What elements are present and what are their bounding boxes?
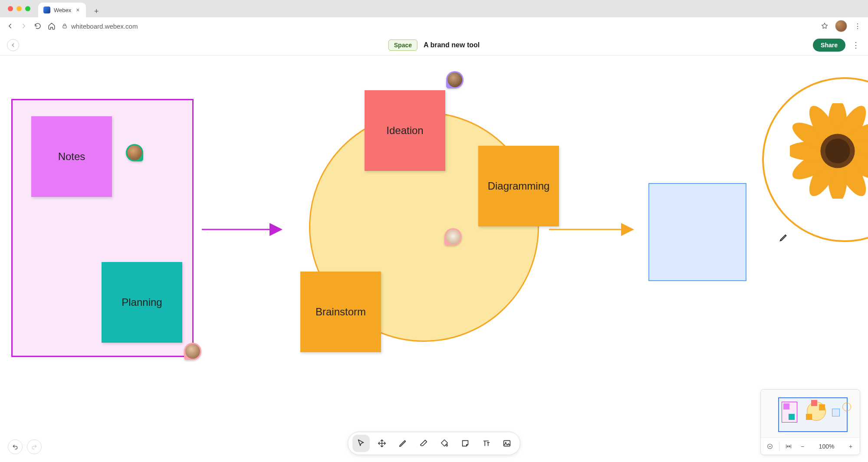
maximize-window-icon[interactable] xyxy=(25,6,30,11)
sticky-label: Planning xyxy=(122,296,162,308)
address-bar: whiteboard.webex.com ⋮ xyxy=(0,17,868,35)
collaborator-cursor-pink-dog xyxy=(444,228,462,246)
fit-width-icon[interactable] xyxy=(784,442,793,451)
minimize-window-icon[interactable] xyxy=(16,6,22,11)
lock-icon xyxy=(62,23,68,29)
star-icon[interactable] xyxy=(820,22,829,30)
tool-pen[interactable] xyxy=(394,435,411,452)
sunflower-image[interactable] xyxy=(790,103,868,199)
tool-text[interactable] xyxy=(477,435,495,452)
tool-image[interactable] xyxy=(498,435,516,452)
zoom-bar: − 100% + xyxy=(761,437,860,455)
svg-point-19 xyxy=(768,444,773,449)
sticky-label: Diagramming xyxy=(488,180,550,192)
rectangle-blue[interactable] xyxy=(648,183,746,281)
tool-dock xyxy=(348,432,520,455)
tool-fill[interactable] xyxy=(436,435,453,452)
space-chip[interactable]: Space xyxy=(388,39,418,51)
sticky-planning[interactable]: Planning xyxy=(102,262,182,343)
browser-tab[interactable]: Webex × xyxy=(38,3,86,17)
sticky-diagramming[interactable]: Diagramming xyxy=(478,146,559,226)
svg-rect-0 xyxy=(63,26,66,28)
collaborator-cursor-green xyxy=(126,144,143,161)
zoom-out-button[interactable]: − xyxy=(798,442,807,451)
tool-select[interactable] xyxy=(352,435,370,452)
back-icon[interactable] xyxy=(6,22,14,30)
profile-avatar[interactable] xyxy=(835,20,847,32)
svg-point-14 xyxy=(825,138,850,163)
sticky-ideation[interactable]: Ideation xyxy=(365,90,445,171)
tab-title: Webex xyxy=(54,7,71,13)
undo-redo-dock xyxy=(8,439,42,454)
forward-icon xyxy=(20,22,28,30)
sticky-label: Brainstorm xyxy=(316,306,366,318)
zoom-in-button[interactable]: + xyxy=(846,442,855,451)
reload-icon[interactable] xyxy=(34,22,42,30)
browser-chrome: Webex × + whiteboard.webex.com ⋮ xyxy=(0,0,868,35)
whiteboard-canvas[interactable]: Notes Planning Ideation Diagramming Brai… xyxy=(0,56,868,462)
tool-move[interactable] xyxy=(373,435,391,452)
arrow-orange[interactable] xyxy=(547,223,638,236)
new-tab-button[interactable]: + xyxy=(90,5,102,17)
browser-menu-icon[interactable]: ⋮ xyxy=(853,22,862,30)
zoom-menu-icon[interactable] xyxy=(765,442,775,451)
more-options-icon[interactable]: ⋮ xyxy=(851,40,861,50)
redo-button xyxy=(27,439,42,454)
svg-rect-17 xyxy=(504,441,510,446)
share-button[interactable]: Share xyxy=(813,39,845,52)
minimap-panel: − 100% + xyxy=(760,389,860,455)
url-text: whiteboard.webex.com xyxy=(71,23,138,30)
app-back-button[interactable] xyxy=(7,39,19,51)
tool-sticky[interactable] xyxy=(457,435,474,452)
pencil-cursor-icon xyxy=(779,233,789,242)
sticky-notes[interactable]: Notes xyxy=(31,116,112,197)
collaborator-cursor-purple xyxy=(446,71,464,88)
header-center: Space A brand new tool xyxy=(388,39,480,51)
close-window-icon[interactable] xyxy=(8,6,13,11)
tab-bar: Webex × + xyxy=(0,0,868,17)
tool-eraser[interactable] xyxy=(415,435,432,452)
webex-favicon-icon xyxy=(43,7,50,13)
undo-button[interactable] xyxy=(8,439,23,454)
collaborator-cursor-pink-person xyxy=(184,343,201,360)
app-header: Space A brand new tool Share ⋮ xyxy=(0,35,868,56)
sticky-brainstorm[interactable]: Brainstorm xyxy=(300,272,381,352)
zoom-value[interactable]: 100% xyxy=(812,443,842,450)
close-tab-icon[interactable]: × xyxy=(75,7,81,13)
window-controls[interactable] xyxy=(5,0,32,17)
sticky-label: Ideation xyxy=(386,125,423,137)
arrow-purple[interactable] xyxy=(200,223,286,236)
minimap[interactable] xyxy=(761,390,860,437)
document-title[interactable]: A brand new tool xyxy=(424,41,480,49)
home-icon[interactable] xyxy=(48,22,56,30)
url-display[interactable]: whiteboard.webex.com xyxy=(62,23,814,30)
sticky-label: Notes xyxy=(58,151,85,163)
